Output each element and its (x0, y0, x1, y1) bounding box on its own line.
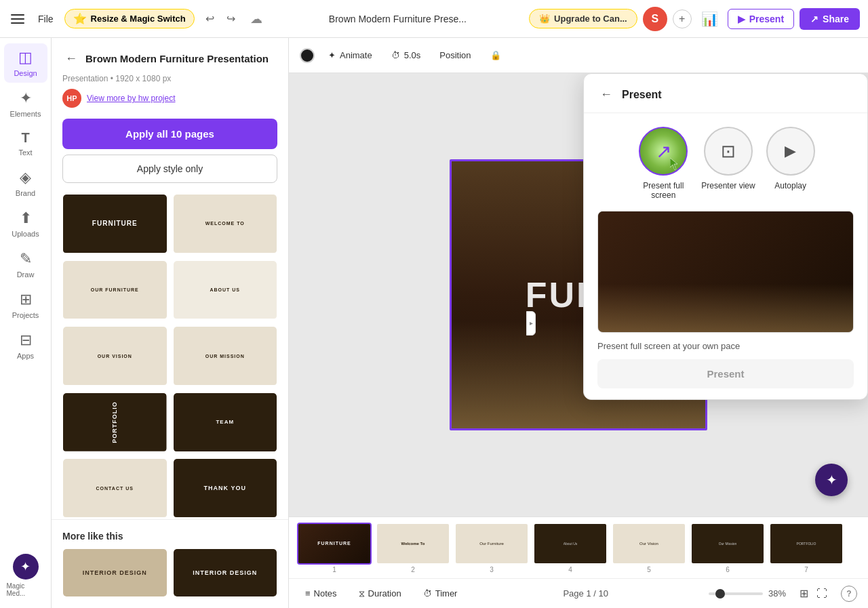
main-layout: ◫ Design ✦ Elements T Text ◈ Brand ⬆ Upl… (0, 38, 868, 608)
view-controls: ⊞ ⛶ (797, 584, 830, 603)
duration-button[interactable]: ⏱ 5.0s (386, 47, 427, 63)
autoplay-label: Autoplay (774, 181, 806, 190)
filmstrip-thumb-7[interactable]: PORTFOLIO (769, 523, 844, 565)
sidebar-item-design[interactable]: ◫ Design (4, 43, 47, 83)
more-title: More like this (62, 531, 277, 542)
panel-header: ← Brown Modern Furniture Presentation (52, 38, 288, 74)
lock-button[interactable]: 🔒 (485, 47, 507, 63)
more-thumb-1[interactable]: INTERIOR DESIGN (62, 548, 167, 597)
filmstrip-item-1[interactable]: FURNITURE 1 (297, 523, 372, 573)
page-indicator: Page 1 / 10 (473, 588, 698, 599)
autoplay-icon: ▶ (766, 127, 815, 176)
add-team-button[interactable]: + (673, 9, 692, 28)
canvas-main: FURN ← Present ↗ (289, 73, 868, 516)
zoom-slider[interactable] (709, 592, 763, 595)
magic-switch-button[interactable]: ⭐ Resize & Magic Switch (64, 9, 195, 28)
notes-button[interactable]: ≡ Notes (300, 586, 342, 601)
template-thumb-1[interactable]: FURNITURE (62, 194, 167, 255)
bottom-toolbar: ≡ Notes ⧖ Duration ⏱ Timer Page 1 / 10 3… (289, 578, 868, 608)
present-icon: ▶ (738, 14, 745, 24)
filmstrip-thumb-2[interactable]: Welcome To (376, 523, 450, 565)
present-overlay: ← Present ↗ Present full screen (583, 73, 868, 400)
upgrade-button[interactable]: 👑 Upgrade to Can... (529, 9, 637, 28)
lock-icon: 🔒 (490, 50, 501, 60)
filmstrip-item-7[interactable]: PORTFOLIO 7 (769, 523, 844, 573)
filmstrip-thumb-5[interactable]: Our Vision (612, 523, 686, 565)
navbar: File ⭐ Resize & Magic Switch ↩ ↪ ☁ Brown… (0, 0, 868, 38)
filmstrip-item-3[interactable]: Our Furniture 3 (454, 523, 529, 573)
redo-button[interactable]: ↪ (221, 8, 241, 29)
present-fullscreen-option[interactable]: ↗ Present full screen (636, 127, 690, 200)
help-button[interactable]: ? (841, 586, 857, 602)
filmstrip-item-2[interactable]: Welcome To 2 (376, 523, 450, 573)
filmstrip-thumb-1[interactable]: FURNITURE (297, 523, 372, 565)
magic-wand-icon: ✦ (826, 472, 837, 488)
hide-panel-button[interactable]: ▸ (526, 311, 536, 336)
share-button[interactable]: ↗ Share (800, 8, 860, 30)
fullscreen-view-button[interactable]: ⛶ (814, 584, 830, 603)
sidebar-item-magic[interactable]: ✦ Magic Med... (4, 548, 47, 603)
grid-view-button[interactable]: ⊞ (797, 584, 811, 603)
clock-icon: ⏱ (391, 50, 400, 60)
sidebar-item-apps[interactable]: ⊟ Apps (4, 326, 47, 365)
duration-button[interactable]: ⧖ Duration (353, 586, 407, 602)
template-thumb-5[interactable]: Our Vision (62, 326, 167, 387)
filmstrip-thumb-6[interactable]: Our Mission (690, 523, 765, 565)
panel-author: HP View more by hw project (52, 89, 288, 119)
apply-style-button[interactable]: Apply style only (62, 155, 277, 183)
timer-button[interactable]: ⏱ Timer (418, 586, 463, 601)
sidebar-item-uploads[interactable]: ⬆ Uploads (4, 204, 47, 243)
file-menu[interactable]: File (33, 11, 59, 27)
present-autoplay-option[interactable]: ▶ Autoplay (766, 127, 815, 200)
zoom-control: 38% (709, 588, 786, 599)
filmstrip-item-6[interactable]: Our Mission 6 (690, 523, 765, 573)
template-thumb-10[interactable]: Thank You (173, 458, 278, 519)
duration-icon: ⧖ (359, 588, 365, 599)
template-thumb-3[interactable]: Our Furniture (62, 260, 167, 321)
template-thumb-9[interactable]: Contact Us (62, 458, 167, 519)
color-picker[interactable] (300, 48, 315, 63)
position-button[interactable]: Position (434, 47, 476, 63)
cloud-save-icon[interactable]: ☁ (246, 7, 267, 31)
elements-icon: ✦ (20, 89, 32, 107)
share-icon: ↗ (810, 14, 818, 24)
sidebar-item-brand[interactable]: ◈ Brand (4, 163, 47, 203)
present-preview: Home Furniture About Us Contact FURNITUR… (597, 211, 854, 333)
filmstrip-item-5[interactable]: Our Vision 5 (612, 523, 686, 573)
template-thumb-2[interactable]: Welcome To (173, 194, 278, 255)
left-panel: ← Brown Modern Furniture Presentation Pr… (52, 38, 289, 608)
sidebar-item-elements[interactable]: ✦ Elements (4, 84, 47, 123)
present-action-button[interactable]: Present (597, 359, 854, 388)
author-link[interactable]: View more by hw project (87, 94, 176, 103)
template-thumb-6[interactable]: Our Mission (173, 326, 278, 387)
more-thumb-2[interactable]: INTERIOR DESIGN (173, 548, 278, 597)
timer-icon: ⏱ (423, 588, 432, 599)
panel-subtitle: Presentation • 1920 x 1080 px (52, 74, 288, 89)
filmstrip-thumb-4[interactable]: About Us (533, 523, 608, 565)
template-thumb-8[interactable]: TEAM (173, 392, 278, 453)
present-button[interactable]: ▶ Present (728, 9, 794, 29)
template-thumb-4[interactable]: About Us (173, 260, 278, 321)
template-grid: FURNITURE Welcome To Our Furniture About… (52, 194, 288, 519)
present-back-button[interactable]: ← (597, 85, 615, 104)
filmstrip-item-4[interactable]: About Us 4 (533, 523, 608, 573)
sidebar-item-draw[interactable]: ✎ Draw (4, 245, 47, 284)
sidebar-item-projects[interactable]: ⊞ Projects (4, 285, 47, 325)
sidebar-item-text[interactable]: T Text (4, 125, 47, 162)
user-avatar[interactable]: S (643, 7, 667, 31)
magic-assistant-button[interactable]: ✦ (815, 464, 848, 496)
present-presenter-option[interactable]: ⊡ Presenter view (701, 127, 755, 200)
filmstrip-thumb-3[interactable]: Our Furniture (454, 523, 529, 565)
undo-button[interactable]: ↩ (200, 8, 220, 29)
back-button[interactable]: ← (62, 49, 80, 68)
apply-all-button[interactable]: Apply all 10 pages (62, 119, 277, 149)
animate-button[interactable]: ✦ Animate (323, 47, 378, 63)
text-icon: T (21, 130, 29, 146)
hamburger-menu[interactable] (8, 9, 27, 28)
cursor-icon (670, 158, 682, 170)
draw-icon: ✎ (20, 250, 32, 268)
magic-icon: ✦ (13, 554, 39, 580)
analytics-icon[interactable]: 📊 (697, 7, 722, 31)
template-thumb-7[interactable]: PORTFOLIO (62, 392, 167, 453)
present-panel-title: Present (622, 89, 662, 101)
